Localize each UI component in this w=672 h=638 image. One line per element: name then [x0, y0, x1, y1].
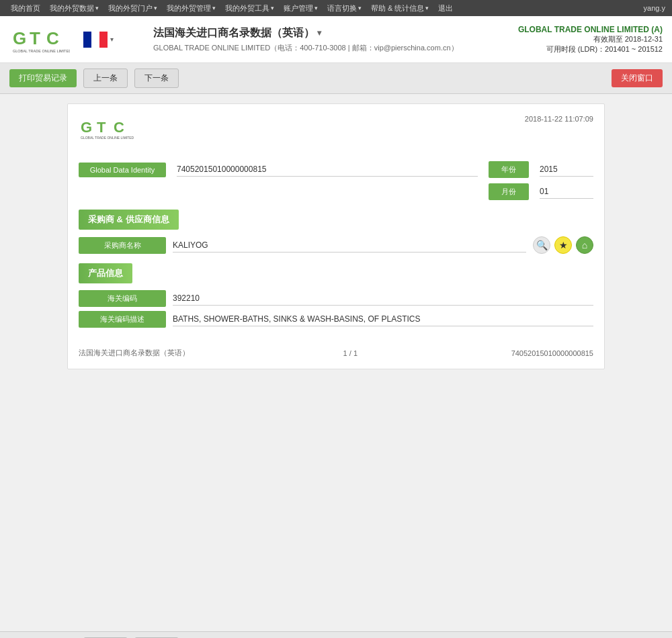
header-right: GLOBAL TRADE ONLINE LIMITED (A) 有效期至 201… — [515, 25, 663, 54]
svg-rect-7 — [99, 32, 108, 48]
footer-title: 法国海关进口商名录数据（英语） — [79, 348, 190, 358]
nav-account[interactable]: 账户管理 ▾ — [280, 0, 322, 16]
footer-pagination: 1 / 1 — [343, 349, 358, 357]
username-label: yang.y — [644, 4, 665, 12]
year-value: 2015 — [540, 163, 593, 177]
svg-text:G: G — [81, 119, 92, 136]
svg-text:C: C — [46, 28, 59, 48]
svg-text:G: G — [13, 28, 26, 48]
nav-portal[interactable]: 我的外贸门户 ▾ — [104, 0, 161, 16]
gdi-value: 74052015010000000815 — [177, 163, 478, 177]
top-navigation: 我的首页 我的外贸数据 ▾ 我的外贸门户 ▾ 我的外贸管理 ▾ 我的外贸工具 ▾… — [0, 0, 672, 16]
next-button[interactable]: 下一条 — [134, 69, 179, 88]
card-logo: G T C GLOBAL TRADE ONLINE LIMITED — [79, 115, 146, 144]
svg-text:C: C — [114, 119, 124, 136]
logo-area: G T C GLOBAL TRADE ONLINE LIMITED ▾ — [9, 23, 144, 56]
hs-desc-value: BATHS, SHOWER-BATHS, SINKS & WASH-BASINS… — [173, 312, 593, 326]
nav-management[interactable]: 我的外贸管理 ▾ — [163, 0, 220, 16]
dropdown-arrow: ▾ — [212, 5, 216, 11]
top-action-bar: 打印贸易记录 上一条 下一条 关闭窗口 — [0, 63, 672, 94]
flag-area: ▾ — [83, 32, 114, 48]
header-contact: GLOBAL TRADE ONLINE LIMITED（电话：400-710-3… — [153, 43, 515, 53]
page-header: G T C GLOBAL TRADE ONLINE LIMITED ▾ 法国海关… — [0, 16, 672, 63]
bottom-action-bar: 打印贸易记录 上一条 下一条 关闭窗口 — [0, 631, 672, 638]
nav-help[interactable]: 帮助 & 统计信息 ▾ — [367, 0, 433, 16]
valid-until: 有效期至 2018-12-31 — [515, 34, 663, 44]
nav-tools[interactable]: 我的外贸工具 ▾ — [221, 0, 278, 16]
product-section-header: 产品信息 — [79, 263, 132, 283]
product-section: 产品信息 海关编码 392210 海关编码描述 BATHS, SHOWER-BA… — [79, 263, 593, 328]
card-footer: 法国海关进口商名录数据（英语） 1 / 1 740520150100000008… — [79, 341, 593, 358]
home-icon-button[interactable]: ⌂ — [576, 236, 593, 254]
gdi-row: Global Data Identity 7405201501000000081… — [79, 161, 593, 178]
month-field: 月份 01 — [489, 183, 593, 200]
dropdown-arrow: ▾ — [358, 5, 362, 11]
month-row: 月份 01 — [79, 183, 593, 200]
month-label: 月份 — [489, 183, 529, 200]
gdi-label: Global Data Identity — [79, 163, 166, 177]
hs-code-value: 392210 — [173, 291, 593, 306]
buyer-label: 采购商名称 — [79, 237, 166, 254]
buyer-section-header: 采购商 & 供应商信息 — [79, 210, 179, 230]
buyer-icons: 🔍 ★ ⌂ — [533, 236, 593, 254]
buyer-value: KALIYOG — [173, 238, 526, 253]
dropdown-arrow: ▾ — [425, 5, 429, 11]
card-header: G T C GLOBAL TRADE ONLINE LIMITED 2018-1… — [79, 115, 593, 150]
close-button[interactable]: 关闭窗口 — [612, 69, 663, 87]
logo: G T C GLOBAL TRADE ONLINE LIMITED — [9, 23, 70, 56]
buyer-row: 采购商名称 KALIYOG 🔍 ★ ⌂ — [79, 236, 593, 254]
dropdown-arrow: ▾ — [154, 5, 157, 11]
dropdown-arrow: ▾ — [271, 5, 274, 11]
dropdown-arrow: ▾ — [314, 5, 318, 11]
nav-items: 我的首页 我的外贸数据 ▾ 我的外贸门户 ▾ 我的外贸管理 ▾ 我的外贸工具 ▾… — [7, 0, 644, 16]
page-title: 法国海关进口商名录数据（英语） ▾ — [153, 26, 515, 40]
logo-image: G T C GLOBAL TRADE ONLINE LIMITED — [9, 23, 70, 56]
record-timestamp: 2018-11-22 11:07:09 — [525, 115, 593, 123]
main-content: G T C GLOBAL TRADE ONLINE LIMITED 2018-1… — [0, 94, 672, 631]
svg-text:T: T — [30, 28, 40, 48]
year-label: 年份 — [489, 161, 529, 178]
available-time: 可用时段 (LDR)：201401 ~ 201512 — [515, 44, 663, 54]
company-name: GLOBAL TRADE ONLINE LIMITED (A) — [515, 25, 663, 34]
hs-desc-label: 海关编码描述 — [79, 311, 166, 328]
flag-dropdown[interactable]: ▾ — [110, 36, 114, 43]
svg-rect-5 — [83, 32, 91, 48]
search-icon-button[interactable]: 🔍 — [533, 236, 550, 254]
dropdown-arrow: ▾ — [95, 5, 99, 11]
hs-code-row: 海关编码 392210 — [79, 290, 593, 307]
buyer-section: 采购商 & 供应商信息 采购商名称 KALIYOG 🔍 ★ ⌂ — [79, 210, 593, 254]
title-dropdown-arrow[interactable]: ▾ — [317, 28, 321, 38]
svg-rect-6 — [91, 32, 99, 48]
hs-code-label: 海关编码 — [79, 290, 166, 307]
record-card: G T C GLOBAL TRADE ONLINE LIMITED 2018-1… — [67, 103, 605, 369]
year-field: 年份 2015 — [489, 161, 593, 178]
prev-button[interactable]: 上一条 — [83, 69, 128, 88]
header-title-area: 法国海关进口商名录数据（英语） ▾ GLOBAL TRADE ONLINE LI… — [144, 26, 515, 53]
print-button[interactable]: 打印贸易记录 — [9, 69, 77, 87]
svg-text:GLOBAL TRADE ONLINE LIMITED: GLOBAL TRADE ONLINE LIMITED — [13, 49, 70, 53]
svg-text:GLOBAL TRADE ONLINE LIMITED: GLOBAL TRADE ONLINE LIMITED — [81, 136, 134, 140]
hs-desc-row: 海关编码描述 BATHS, SHOWER-BATHS, SINKS & WASH… — [79, 311, 593, 328]
france-flag — [83, 32, 108, 48]
svg-text:T: T — [97, 119, 106, 136]
footer-id: 74052015010000000815 — [511, 349, 593, 357]
card-logo-image: G T C GLOBAL TRADE ONLINE LIMITED — [79, 115, 146, 142]
month-value: 01 — [540, 185, 593, 199]
nav-logout[interactable]: 退出 — [434, 0, 457, 16]
nav-home[interactable]: 我的首页 — [7, 0, 44, 16]
star-icon-button[interactable]: ★ — [554, 236, 572, 254]
nav-language[interactable]: 语言切换 ▾ — [323, 0, 366, 16]
nav-trade-data[interactable]: 我的外贸数据 ▾ — [46, 0, 103, 16]
